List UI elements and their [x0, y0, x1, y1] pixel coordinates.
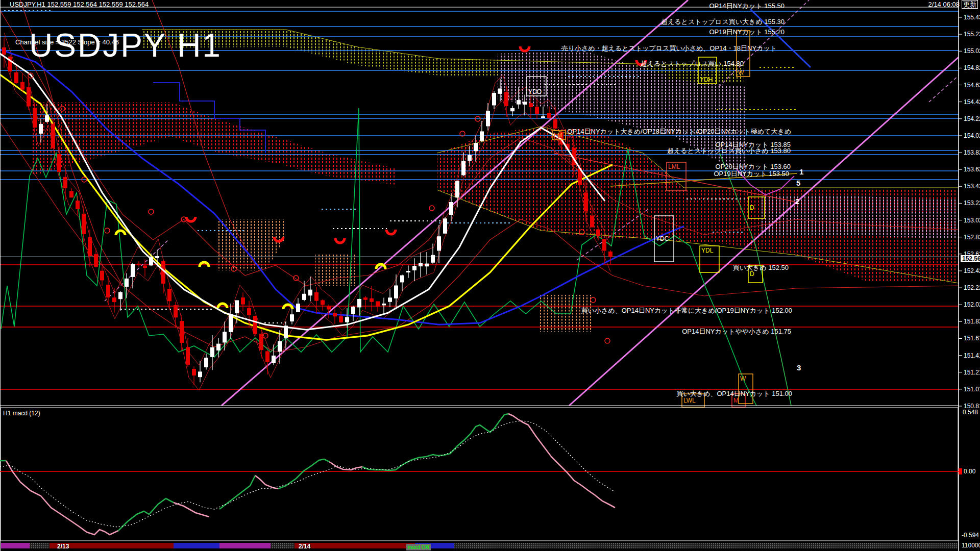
- macd-line-down: [6, 461, 118, 535]
- update-timestamp: 2/14 06:08: [928, 1, 960, 8]
- macd-axis-top: 0.548: [963, 409, 978, 416]
- candle-body: [499, 89, 502, 93]
- macd-axis-bottom: -0.594: [962, 532, 979, 539]
- chart-title-ticker: USDJPY,H1 152.559 152.564 152.559 152.56…: [10, 1, 149, 8]
- op-annotation: OP14日NYカット 155.50: [709, 3, 785, 10]
- candle-body: [76, 201, 80, 209]
- candle-body: [401, 276, 404, 282]
- macd-toggle-button[interactable]: macd ON: [406, 544, 431, 550]
- range-box-label: YDH: [700, 76, 713, 83]
- candle-body: [272, 356, 276, 363]
- signal-dot-red: [475, 116, 480, 121]
- trendline-number-label: 1: [799, 167, 803, 176]
- candle-body: [266, 352, 270, 362]
- session-bar-segment: [295, 543, 415, 548]
- candle-body: [444, 219, 447, 233]
- price-tick-label: 154.225: [964, 115, 980, 122]
- candle-body: [70, 191, 74, 197]
- candle-body: [180, 321, 184, 343]
- price-tick-label: 153.825: [964, 149, 980, 156]
- macd-line-up: [219, 475, 255, 509]
- candle-body: [591, 216, 594, 227]
- candle-body: [119, 292, 122, 299]
- range-box-label: D: [750, 270, 754, 278]
- candle-body: [290, 315, 294, 321]
- candle-body: [327, 307, 331, 309]
- candle-body: [419, 263, 423, 266]
- macd-line-down: [508, 414, 615, 508]
- session-bar-segment: [1, 543, 30, 548]
- date-label: 2/14: [299, 543, 310, 550]
- range-box-label: M: [733, 397, 739, 404]
- price-tick-label: 153.625: [964, 166, 980, 173]
- candle-body: [186, 347, 190, 365]
- macd-line-down: [329, 462, 362, 470]
- candle-body: [523, 102, 527, 105]
- candle-body: [609, 252, 612, 257]
- price-tick-label: 151.215: [964, 369, 980, 376]
- price-tick-label: 153.220: [964, 199, 980, 207]
- macd-line-down: [255, 475, 278, 489]
- candle-body: [388, 298, 392, 302]
- price-tick-label: 154.025: [964, 132, 980, 139]
- ichimoku-cloud-violet: [760, 196, 959, 239]
- range-box-label: YDL: [701, 247, 713, 254]
- candle-body: [82, 214, 86, 234]
- macd-axis-zero: 0.00: [964, 468, 975, 475]
- price-tick-label: 154.625: [964, 82, 980, 89]
- range-box-label: D: [750, 204, 754, 211]
- op-annotation: 超えるとストップロス買い小さめ 153.80: [667, 147, 791, 155]
- price-tick-label: 155.430: [964, 14, 980, 21]
- candle-body: [33, 108, 37, 128]
- candle-body: [413, 266, 416, 270]
- candle-body: [462, 161, 465, 175]
- candle-body: [58, 154, 61, 171]
- symbol-watermark: USDJPY H1: [29, 27, 222, 64]
- candle-body: [505, 92, 508, 106]
- macd-line-up: [362, 414, 508, 470]
- price-tick-label: 152.020: [964, 301, 980, 308]
- candle-body: [39, 124, 43, 133]
- session-bar-segment: [219, 543, 271, 548]
- candle-body: [358, 299, 361, 307]
- candle-body: [486, 111, 490, 126]
- candle-body: [364, 298, 368, 300]
- candle-body: [131, 264, 135, 277]
- candle-body: [113, 298, 116, 302]
- candle-body: [303, 294, 306, 299]
- candle-body: [199, 372, 202, 377]
- candle-body: [456, 181, 459, 197]
- candle-body: [15, 73, 18, 83]
- op-annotation: 買い大きめ、OP14日NYカット 151.00: [676, 390, 792, 397]
- price-tick-label: 153.420: [964, 183, 980, 190]
- candle-body: [315, 292, 318, 300]
- op-annotation: 買い小さめ、OP14日NYカット非常に大きめ/OP19日NYカット 152.00: [581, 307, 792, 314]
- signal-dot-red: [149, 209, 154, 214]
- candle-body: [297, 304, 300, 312]
- candle-body: [321, 300, 325, 305]
- candle-body: [3, 48, 6, 55]
- candle-body: [241, 298, 245, 304]
- candle-body: [205, 358, 208, 367]
- candle-body: [211, 347, 214, 357]
- macd-line-up: [278, 459, 329, 489]
- candle-body: [407, 271, 410, 272]
- op-annotation: OP20日NYカット 153.60: [715, 163, 791, 170]
- trend-dashed-magenta: [719, 0, 809, 87]
- range-box-label: LM: [554, 132, 562, 139]
- candle-body: [597, 230, 600, 236]
- buy-marker-yellow-cap: [116, 231, 125, 235]
- trendline-number-label: 3: [797, 363, 801, 372]
- candle-body: [517, 101, 521, 104]
- sell-marker-red-u: [186, 217, 195, 221]
- candle-body: [278, 341, 282, 352]
- candle-body: [168, 289, 172, 301]
- candle-body: [468, 156, 472, 161]
- update-button[interactable]: 更新: [962, 0, 978, 9]
- candle-body: [554, 119, 557, 128]
- candle-body: [64, 177, 67, 188]
- volume-label: 110000: [962, 542, 980, 549]
- candle-body: [101, 271, 104, 280]
- op-annotation: 売り小さめ・超えるとストップロス買い小さめ、OP14・18日NYカット: [561, 45, 777, 52]
- candle-body: [431, 255, 435, 262]
